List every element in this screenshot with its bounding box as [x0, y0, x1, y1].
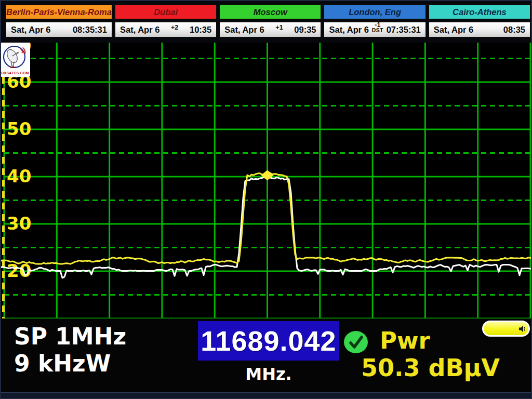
live-trace — [0, 177, 532, 278]
clock-time: 08:35:31 — [73, 25, 107, 35]
spectrum-traces — [0, 43, 532, 318]
bandwidth-setting: 9 kHzW — [14, 352, 111, 376]
clock-cairo: Cairo-Athens Sat, Apr 6 08:35 — [428, 4, 531, 38]
clock-moscow: Moscow Sat, Apr 6 +1 09:35 — [219, 4, 322, 38]
world-clock-bar: Berlin-Paris-Vienna-Roma Sat, Apr 6 08:3… — [5, 4, 531, 38]
clock-time: 10:35 — [190, 25, 211, 35]
clock-tz: +2 — [159, 25, 190, 30]
frequency-unit: MHz. — [198, 364, 339, 384]
clock-time: 08:35 — [503, 25, 525, 35]
lock-check-icon — [344, 331, 368, 353]
power-value: 50.3 dBµV — [361, 354, 500, 382]
clock-date: Sat, Apr 6 — [329, 25, 368, 35]
clock-time: 09:35 — [294, 25, 316, 35]
clock-tz: -1DST — [369, 22, 387, 33]
clock-time-cell: Sat, Apr 6 +2 10:35 — [114, 21, 217, 38]
clock-time: 07:35:31 — [387, 25, 421, 35]
clock-time-cell: Sat, Apr 6 -1DST 07:35:31 — [323, 21, 426, 38]
clock-date: Sat, Apr 6 — [434, 25, 473, 35]
city-label: London, Eng — [323, 4, 426, 20]
speaker-icon — [518, 325, 527, 333]
clock-time-cell: Sat, Apr 6 +1 09:35 — [219, 21, 322, 38]
clock-tz: +1 — [264, 25, 295, 30]
clock-date: Sat, Apr 6 — [120, 25, 159, 35]
readout-bar: SP 1MHz 9 kHzW 11689.042 MHz. Pwr 50.3 d… — [0, 318, 532, 392]
spectrum-plot: 203040506070 DXSATCS.COM — [0, 43, 532, 318]
bottom-bezel — [0, 392, 532, 399]
clock-date: Sat, Apr 6 — [224, 25, 264, 35]
city-label: Cairo-Athens — [428, 4, 531, 20]
span-setting: SP 1MHz — [14, 325, 126, 349]
city-label: Berlin-Paris-Vienna-Roma — [5, 4, 113, 20]
clock-date: Sat, Apr 6 — [11, 25, 50, 35]
city-label: Dubai — [114, 4, 217, 20]
power-label: Pwr — [380, 327, 430, 354]
clock-london: London, Eng Sat, Apr 6 -1DST 07:35:31 — [323, 4, 426, 38]
frequency-field[interactable]: 11689.042 — [198, 321, 339, 361]
logo-text: DXSATCS.COM — [1, 71, 29, 75]
dxsatcs-logo: DXSATCS.COM — [0, 43, 30, 77]
clock-berlin: Berlin-Paris-Vienna-Roma Sat, Apr 6 08:3… — [5, 4, 113, 38]
city-label: Moscow — [219, 4, 322, 20]
audio-toggle[interactable] — [482, 321, 530, 337]
max-hold-trace — [0, 173, 532, 264]
clock-dubai: Dubai Sat, Apr 6 +2 10:35 — [114, 4, 217, 38]
clock-time-cell: Sat, Apr 6 08:35 — [428, 21, 531, 38]
clock-time-cell: Sat, Apr 6 08:35:31 — [5, 21, 113, 38]
satellite-meter-screen: Berlin-Paris-Vienna-Roma Sat, Apr 6 08:3… — [0, 0, 532, 399]
frequency-value: 11689.042 — [201, 325, 336, 357]
